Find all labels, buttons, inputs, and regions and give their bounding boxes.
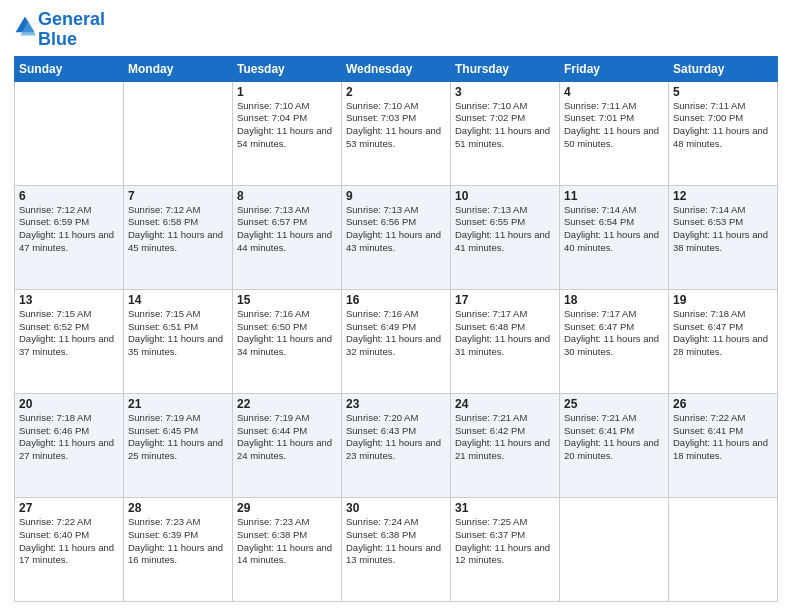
calendar-table: SundayMondayTuesdayWednesdayThursdayFrid… (14, 56, 778, 602)
weekday-header-monday: Monday (124, 56, 233, 81)
day-number: 15 (237, 293, 337, 307)
day-info: Sunrise: 7:23 AMSunset: 6:38 PMDaylight:… (237, 516, 337, 567)
day-number: 20 (19, 397, 119, 411)
calendar-cell: 6Sunrise: 7:12 AMSunset: 6:59 PMDaylight… (15, 185, 124, 289)
calendar-cell: 31Sunrise: 7:25 AMSunset: 6:37 PMDayligh… (451, 497, 560, 601)
weekday-header-saturday: Saturday (669, 56, 778, 81)
calendar-cell (669, 497, 778, 601)
day-info: Sunrise: 7:12 AMSunset: 6:59 PMDaylight:… (19, 204, 119, 255)
day-number: 12 (673, 189, 773, 203)
day-number: 28 (128, 501, 228, 515)
calendar-cell: 28Sunrise: 7:23 AMSunset: 6:39 PMDayligh… (124, 497, 233, 601)
day-number: 22 (237, 397, 337, 411)
calendar-cell: 17Sunrise: 7:17 AMSunset: 6:48 PMDayligh… (451, 289, 560, 393)
day-info: Sunrise: 7:18 AMSunset: 6:47 PMDaylight:… (673, 308, 773, 359)
calendar-body: 1Sunrise: 7:10 AMSunset: 7:04 PMDaylight… (15, 81, 778, 601)
day-info: Sunrise: 7:10 AMSunset: 7:02 PMDaylight:… (455, 100, 555, 151)
day-number: 21 (128, 397, 228, 411)
calendar-cell: 10Sunrise: 7:13 AMSunset: 6:55 PMDayligh… (451, 185, 560, 289)
day-info: Sunrise: 7:13 AMSunset: 6:56 PMDaylight:… (346, 204, 446, 255)
calendar-cell (560, 497, 669, 601)
calendar-cell: 3Sunrise: 7:10 AMSunset: 7:02 PMDaylight… (451, 81, 560, 185)
day-number: 18 (564, 293, 664, 307)
calendar-cell: 25Sunrise: 7:21 AMSunset: 6:41 PMDayligh… (560, 393, 669, 497)
weekday-header-sunday: Sunday (15, 56, 124, 81)
day-number: 10 (455, 189, 555, 203)
calendar-week-2: 6Sunrise: 7:12 AMSunset: 6:59 PMDaylight… (15, 185, 778, 289)
calendar-cell: 16Sunrise: 7:16 AMSunset: 6:49 PMDayligh… (342, 289, 451, 393)
day-number: 24 (455, 397, 555, 411)
day-info: Sunrise: 7:21 AMSunset: 6:42 PMDaylight:… (455, 412, 555, 463)
logo: General Blue (14, 10, 105, 50)
day-number: 17 (455, 293, 555, 307)
weekday-header-wednesday: Wednesday (342, 56, 451, 81)
day-number: 6 (19, 189, 119, 203)
day-info: Sunrise: 7:14 AMSunset: 6:54 PMDaylight:… (564, 204, 664, 255)
day-info: Sunrise: 7:13 AMSunset: 6:55 PMDaylight:… (455, 204, 555, 255)
day-info: Sunrise: 7:12 AMSunset: 6:58 PMDaylight:… (128, 204, 228, 255)
logo-text: General Blue (38, 10, 105, 50)
day-number: 27 (19, 501, 119, 515)
calendar-cell: 11Sunrise: 7:14 AMSunset: 6:54 PMDayligh… (560, 185, 669, 289)
day-number: 8 (237, 189, 337, 203)
day-info: Sunrise: 7:11 AMSunset: 7:01 PMDaylight:… (564, 100, 664, 151)
day-number: 5 (673, 85, 773, 99)
day-info: Sunrise: 7:14 AMSunset: 6:53 PMDaylight:… (673, 204, 773, 255)
day-number: 9 (346, 189, 446, 203)
logo-icon (14, 15, 36, 37)
day-info: Sunrise: 7:20 AMSunset: 6:43 PMDaylight:… (346, 412, 446, 463)
calendar-cell: 2Sunrise: 7:10 AMSunset: 7:03 PMDaylight… (342, 81, 451, 185)
day-info: Sunrise: 7:17 AMSunset: 6:47 PMDaylight:… (564, 308, 664, 359)
day-info: Sunrise: 7:15 AMSunset: 6:51 PMDaylight:… (128, 308, 228, 359)
calendar-cell: 26Sunrise: 7:22 AMSunset: 6:41 PMDayligh… (669, 393, 778, 497)
weekday-header-friday: Friday (560, 56, 669, 81)
day-info: Sunrise: 7:19 AMSunset: 6:45 PMDaylight:… (128, 412, 228, 463)
calendar-cell: 5Sunrise: 7:11 AMSunset: 7:00 PMDaylight… (669, 81, 778, 185)
calendar-cell (124, 81, 233, 185)
weekday-header-row: SundayMondayTuesdayWednesdayThursdayFrid… (15, 56, 778, 81)
day-info: Sunrise: 7:18 AMSunset: 6:46 PMDaylight:… (19, 412, 119, 463)
day-info: Sunrise: 7:10 AMSunset: 7:03 PMDaylight:… (346, 100, 446, 151)
calendar-cell: 30Sunrise: 7:24 AMSunset: 6:38 PMDayligh… (342, 497, 451, 601)
calendar-cell: 15Sunrise: 7:16 AMSunset: 6:50 PMDayligh… (233, 289, 342, 393)
day-number: 11 (564, 189, 664, 203)
day-info: Sunrise: 7:23 AMSunset: 6:39 PMDaylight:… (128, 516, 228, 567)
day-info: Sunrise: 7:25 AMSunset: 6:37 PMDaylight:… (455, 516, 555, 567)
calendar-cell: 1Sunrise: 7:10 AMSunset: 7:04 PMDaylight… (233, 81, 342, 185)
day-info: Sunrise: 7:11 AMSunset: 7:00 PMDaylight:… (673, 100, 773, 151)
day-number: 1 (237, 85, 337, 99)
day-info: Sunrise: 7:22 AMSunset: 6:40 PMDaylight:… (19, 516, 119, 567)
day-number: 7 (128, 189, 228, 203)
calendar-cell: 13Sunrise: 7:15 AMSunset: 6:52 PMDayligh… (15, 289, 124, 393)
calendar-cell: 18Sunrise: 7:17 AMSunset: 6:47 PMDayligh… (560, 289, 669, 393)
day-number: 4 (564, 85, 664, 99)
day-info: Sunrise: 7:16 AMSunset: 6:50 PMDaylight:… (237, 308, 337, 359)
day-number: 23 (346, 397, 446, 411)
day-info: Sunrise: 7:16 AMSunset: 6:49 PMDaylight:… (346, 308, 446, 359)
page: General Blue SundayMondayTuesdayWednesda… (0, 0, 792, 612)
day-info: Sunrise: 7:22 AMSunset: 6:41 PMDaylight:… (673, 412, 773, 463)
weekday-header-thursday: Thursday (451, 56, 560, 81)
day-number: 16 (346, 293, 446, 307)
day-number: 31 (455, 501, 555, 515)
calendar-cell (15, 81, 124, 185)
day-number: 25 (564, 397, 664, 411)
day-number: 13 (19, 293, 119, 307)
day-info: Sunrise: 7:21 AMSunset: 6:41 PMDaylight:… (564, 412, 664, 463)
calendar-header: SundayMondayTuesdayWednesdayThursdayFrid… (15, 56, 778, 81)
calendar-cell: 29Sunrise: 7:23 AMSunset: 6:38 PMDayligh… (233, 497, 342, 601)
day-info: Sunrise: 7:13 AMSunset: 6:57 PMDaylight:… (237, 204, 337, 255)
weekday-header-tuesday: Tuesday (233, 56, 342, 81)
day-number: 30 (346, 501, 446, 515)
calendar-cell: 21Sunrise: 7:19 AMSunset: 6:45 PMDayligh… (124, 393, 233, 497)
day-number: 19 (673, 293, 773, 307)
day-number: 2 (346, 85, 446, 99)
calendar-cell: 9Sunrise: 7:13 AMSunset: 6:56 PMDaylight… (342, 185, 451, 289)
day-number: 29 (237, 501, 337, 515)
calendar-cell: 27Sunrise: 7:22 AMSunset: 6:40 PMDayligh… (15, 497, 124, 601)
calendar-week-3: 13Sunrise: 7:15 AMSunset: 6:52 PMDayligh… (15, 289, 778, 393)
calendar-week-1: 1Sunrise: 7:10 AMSunset: 7:04 PMDaylight… (15, 81, 778, 185)
day-info: Sunrise: 7:24 AMSunset: 6:38 PMDaylight:… (346, 516, 446, 567)
calendar-cell: 23Sunrise: 7:20 AMSunset: 6:43 PMDayligh… (342, 393, 451, 497)
calendar-cell: 14Sunrise: 7:15 AMSunset: 6:51 PMDayligh… (124, 289, 233, 393)
